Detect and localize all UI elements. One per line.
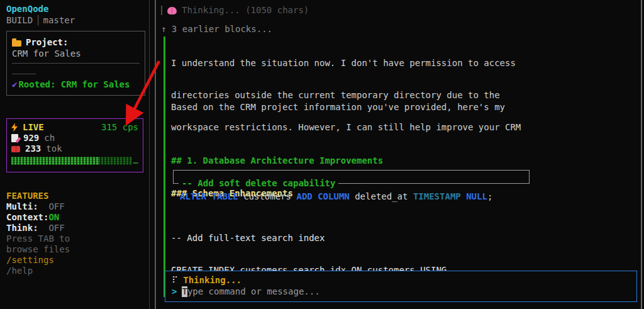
chat-main-panel: Thinking... (1050 chars) ↑ 3 earlier blo…: [157, 0, 641, 309]
folder-icon: [12, 38, 21, 47]
live-stats-panel: LIVE 315 cps 929 ch 233 tok …: [6, 118, 143, 172]
cps-rate: 315 cps: [101, 122, 138, 133]
live-status-label: LIVE: [23, 122, 44, 133]
feature-think: Think: OFF: [6, 223, 70, 233]
app-title: OpenQode: [6, 4, 48, 14]
progress-bar: …: [11, 157, 138, 165]
build-separator: │: [33, 15, 43, 25]
rooted-status-row: ✔ Rooted: CRM for Sales: [12, 78, 140, 91]
input-placeholder: ype command or message...: [187, 286, 320, 297]
features-panel: FEATURES Multi: OFF Context:ON Think: OF…: [6, 191, 70, 276]
project-panel: Project: CRM for Sales ✔ Rooted: CRM for…: [6, 31, 145, 96]
tab-hint-line2: browse files: [6, 244, 70, 255]
char-count: 929: [23, 133, 39, 143]
build-label: BUILD: [6, 15, 33, 25]
code-box-frame: -- Add soft delete capability: [173, 170, 530, 184]
char-unit: ch: [44, 133, 55, 143]
code-box-title: -- Add soft delete capability: [179, 178, 338, 189]
feature-multi: Multi: OFF: [6, 201, 70, 212]
command-input-box[interactable]: ⠏ Thinking... > T ype command or message…: [165, 271, 637, 302]
sql-code-block: -- Add soft delete capability ALTER TABL…: [164, 167, 530, 206]
thinking-header: Thinking... (1050 chars): [161, 5, 309, 16]
progress-ellipsis: …: [133, 157, 138, 165]
build-branch-row: BUILD│master: [6, 15, 75, 26]
rooted-status: Rooted: CRM for Sales: [18, 79, 130, 90]
panel-divider-inner: [155, 0, 156, 309]
progress-track: [98, 157, 132, 165]
token-count: 233: [25, 143, 41, 154]
panel-divider-outer: [149, 0, 150, 309]
spinner-icon: ⠏: [172, 275, 178, 286]
app-root: OpenQode BUILD│master Project: CRM for S…: [0, 0, 644, 309]
feature-context: Context:ON: [6, 212, 70, 223]
token-unit: tok: [46, 143, 62, 154]
input-status-label: Thinking...: [183, 275, 242, 286]
branch-name: master: [43, 15, 75, 25]
zap-icon: [11, 123, 18, 132]
divider-short: [12, 74, 36, 74]
project-name: CRM for Sales: [12, 48, 140, 61]
sql-comment: -- Add full-text search index: [171, 233, 447, 244]
ticket-icon: [11, 146, 20, 152]
prompt-icon: >: [172, 286, 177, 297]
progress-fill: [11, 157, 98, 165]
tab-hint-line1: Press TAB to: [6, 233, 70, 244]
header-bar: [161, 6, 162, 15]
sql-statement: ALTER TABLE customers ADD COLUMN deleted…: [171, 191, 530, 202]
input-prompt-row[interactable]: > T ype command or message...: [172, 286, 630, 297]
settings-command[interactable]: /settings: [6, 255, 70, 266]
text-cursor: T: [182, 286, 187, 297]
memo-icon: [11, 134, 18, 142]
help-command[interactable]: /help: [6, 266, 70, 276]
brain-icon: [167, 7, 177, 14]
earlier-blocks-note: ↑ 3 earlier blocks...: [161, 24, 272, 35]
thinking-header-label: Thinking... (1050 chars): [182, 5, 309, 16]
check-icon: ✔: [12, 79, 17, 90]
project-label: Project:: [26, 37, 68, 48]
input-status-row: ⠏ Thinking...: [172, 274, 630, 286]
divider: [12, 63, 140, 64]
features-title: FEATURES: [6, 191, 70, 201]
